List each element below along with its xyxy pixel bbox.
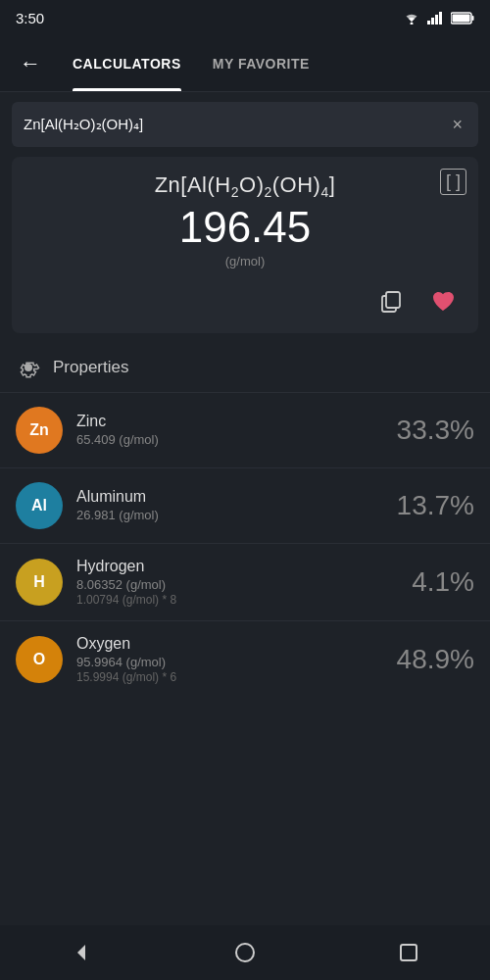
element-detail: 1.00794 (g/mol) * 8 bbox=[76, 593, 398, 607]
formula-card: [ ] Zn[Al(H2O)2(OH)4] 196.45 (g/mol) bbox=[12, 157, 478, 333]
svg-marker-10 bbox=[77, 945, 85, 960]
wifi-icon bbox=[402, 11, 421, 24]
card-actions bbox=[27, 282, 463, 321]
element-symbol: Zn bbox=[29, 421, 49, 439]
svg-rect-2 bbox=[431, 18, 434, 24]
copy-button[interactable] bbox=[372, 282, 412, 321]
elements-container: Zn Zinc 65.409 (g/mol) 33.3% Al Aluminum… bbox=[0, 392, 490, 698]
element-info: Oxygen 95.9964 (g/mol) 15.9994 (g/mol) *… bbox=[76, 635, 383, 684]
svg-rect-4 bbox=[439, 12, 442, 24]
search-input[interactable]: Zn[Al(H₂O)₂(OH)₄] bbox=[24, 116, 448, 133]
element-circle-h: H bbox=[16, 559, 63, 606]
bottom-nav bbox=[0, 925, 490, 980]
element-mass: 65.409 (g/mol) bbox=[76, 432, 383, 447]
element-symbol: Al bbox=[31, 497, 47, 514]
copy-icon bbox=[379, 289, 405, 315]
tab-calculators[interactable]: CALCULATORS bbox=[57, 35, 197, 91]
element-circle-o: O bbox=[16, 636, 63, 683]
svg-point-0 bbox=[411, 23, 414, 25]
battery-icon bbox=[451, 12, 474, 24]
element-symbol: H bbox=[33, 573, 45, 591]
element-info: Zinc 65.409 (g/mol) bbox=[76, 413, 383, 447]
element-circle-zn: Zn bbox=[16, 407, 63, 454]
element-row[interactable]: O Oxygen 95.9964 (g/mol) 15.9994 (g/mol)… bbox=[0, 620, 490, 698]
molar-mass-value: 196.45 bbox=[27, 204, 463, 251]
recent-nav-button[interactable] bbox=[389, 933, 428, 972]
element-circle-al: Al bbox=[16, 482, 63, 529]
home-nav-icon bbox=[233, 941, 257, 964]
properties-header: Properties bbox=[0, 343, 490, 392]
back-nav-button[interactable] bbox=[62, 933, 101, 972]
bracket-button[interactable]: [ ] bbox=[440, 169, 466, 195]
element-percent: 48.9% bbox=[397, 644, 474, 675]
clear-button[interactable]: × bbox=[448, 111, 466, 139]
element-mass: 8.06352 (g/mol) bbox=[76, 577, 398, 592]
element-percent: 4.1% bbox=[412, 566, 474, 598]
svg-rect-6 bbox=[472, 16, 474, 21]
svg-rect-1 bbox=[427, 21, 430, 24]
element-name: Zinc bbox=[76, 413, 383, 430]
back-button[interactable]: ← bbox=[12, 43, 49, 84]
properties-gear-icon bbox=[16, 355, 41, 380]
svg-rect-3 bbox=[435, 15, 438, 24]
element-detail: 15.9994 (g/mol) * 6 bbox=[76, 670, 383, 684]
properties-title: Properties bbox=[53, 358, 128, 377]
unit-label: (g/mol) bbox=[27, 254, 463, 269]
svg-point-11 bbox=[236, 944, 254, 961]
favorite-button[interactable] bbox=[423, 282, 463, 321]
element-name: Hydrogen bbox=[76, 558, 398, 575]
element-row[interactable]: Al Aluminum 26.981 (g/mol) 13.7% bbox=[0, 467, 490, 543]
svg-rect-7 bbox=[453, 14, 470, 22]
element-row[interactable]: H Hydrogen 8.06352 (g/mol) 1.00794 (g/mo… bbox=[0, 543, 490, 620]
top-nav: ← CALCULATORS MY FAVORITE bbox=[0, 35, 490, 92]
status-bar: 3:50 bbox=[0, 0, 490, 35]
heart-icon bbox=[430, 289, 456, 315]
element-percent: 33.3% bbox=[397, 415, 474, 446]
svg-rect-12 bbox=[401, 945, 416, 960]
element-row[interactable]: Zn Zinc 65.409 (g/mol) 33.3% bbox=[0, 392, 490, 467]
status-time: 3:50 bbox=[16, 10, 44, 26]
recent-nav-icon bbox=[397, 941, 420, 964]
status-icons bbox=[402, 11, 474, 24]
element-info: Aluminum 26.981 (g/mol) bbox=[76, 488, 383, 522]
back-nav-icon bbox=[70, 941, 93, 964]
nav-tabs: CALCULATORS MY FAVORITE bbox=[57, 35, 478, 91]
svg-rect-9 bbox=[386, 292, 400, 308]
home-nav-button[interactable] bbox=[225, 933, 265, 972]
element-percent: 13.7% bbox=[397, 490, 474, 521]
element-name: Aluminum bbox=[76, 488, 383, 506]
formula-display: Zn[Al(H2O)2(OH)4] bbox=[27, 172, 463, 200]
element-symbol: O bbox=[33, 651, 45, 668]
search-bar[interactable]: Zn[Al(H₂O)₂(OH)₄] × bbox=[12, 102, 478, 147]
element-mass: 26.981 (g/mol) bbox=[76, 508, 383, 522]
tab-my-favorite[interactable]: MY FAVORITE bbox=[197, 35, 325, 91]
element-info: Hydrogen 8.06352 (g/mol) 1.00794 (g/mol)… bbox=[76, 558, 398, 607]
element-mass: 95.9964 (g/mol) bbox=[76, 655, 383, 669]
element-name: Oxygen bbox=[76, 635, 383, 653]
signal-icon bbox=[427, 11, 445, 24]
